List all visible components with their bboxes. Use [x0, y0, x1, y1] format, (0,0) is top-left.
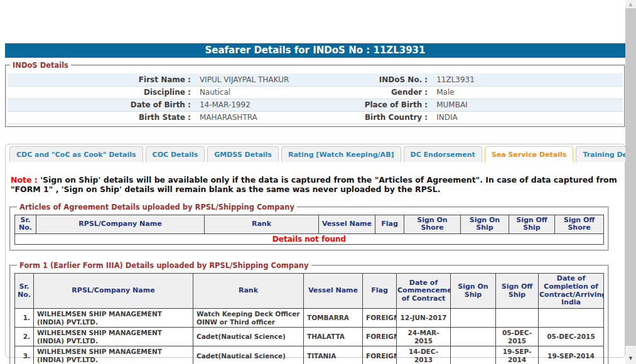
form1-row: 1. WILHELMSEN SHIP MANAGEMENT (INDIA) PV…: [15, 308, 604, 327]
cell-vessel: TITANIA: [304, 346, 363, 364]
place-of-birth-value: MUMBAI: [432, 99, 623, 111]
col-rank: Rank: [193, 274, 304, 309]
cell-flag: FOREIGN: [363, 346, 397, 364]
articles-empty-row: Details not found: [15, 234, 604, 245]
articles-legend: Articles of Agreement Details uploaded b…: [17, 203, 297, 211]
indos-no-value: 11ZL3931: [432, 73, 623, 86]
form1-header-row: Sr. No. RPSL/Company Name Rank Vessel Na…: [15, 274, 604, 309]
page-content: Seafarer Details for INDoS No : 11ZL3931…: [5, 43, 625, 358]
col-company: RPSL/Company Name: [34, 274, 193, 309]
col-flag: Flag: [375, 215, 404, 233]
tab-cdc-coc-as-cook[interactable]: CDC and "CoC as Cook" Details: [9, 146, 143, 162]
indos-row: Birth State : MAHARASHTRA Birth Country …: [8, 111, 623, 124]
form1-legend: Form 1 (Earlier Form IIIA) Details uploa…: [17, 261, 311, 270]
col-sr-no: Sr. No.: [15, 274, 34, 309]
date-of-birth-label: Date of Birth :: [8, 99, 195, 111]
cell-company: WILHELMSEN SHIP MANAGEMENT (INDIA) PVT.L…: [34, 346, 193, 364]
col-vessel: Vessel Name: [304, 274, 363, 309]
indos-row: Discipline : Nautical Gender : Male: [8, 86, 623, 99]
scroll-down-icon[interactable]: ▼: [625, 354, 636, 363]
cell-rank: Cadet(Nautical Science): [193, 346, 304, 364]
gender-value: Male: [432, 86, 623, 99]
cell-flag: FOREIGN: [363, 328, 397, 346]
form1-section: Form 1 (Earlier Form IIIA) Details uploa…: [9, 261, 609, 364]
note-text: 'Sign on Ship' details will be available…: [11, 175, 617, 195]
page-title: Seafarer Details for INDoS No : 11ZL3931: [5, 43, 625, 58]
form1-table: Sr. No. RPSL/Company Name Rank Vessel Na…: [14, 273, 604, 364]
tab-sea-service-details[interactable]: Sea Service Details: [485, 146, 574, 162]
first-name-label: First Name :: [8, 73, 195, 86]
col-sign-on-ship: Sign On Ship: [451, 274, 496, 309]
indos-details-section: INDoS Details First Name : VIPUL VIJAYPA…: [5, 61, 625, 127]
first-name-value: VIPUL VIJAYPAL THAKUR: [195, 73, 328, 86]
note-label: Note :: [11, 175, 38, 185]
tab-rating-watch-keeping[interactable]: Rating [Watch Keeping/AB]: [281, 146, 401, 162]
indos-row: Date of Birth : 14-MAR-1992 Place of Bir…: [8, 99, 623, 111]
indos-no-label: INDoS No. :: [328, 73, 433, 86]
date-of-birth-value: 14-MAR-1992: [195, 99, 328, 111]
col-vessel: Vessel Name: [319, 215, 375, 233]
vertical-scrollbar[interactable]: ▲ ▼: [625, 0, 636, 364]
cell-commencement: 24-MAR-2015: [397, 328, 451, 346]
cell-rank: Cadet(Nautical Science): [193, 328, 304, 346]
tab-coc-details[interactable]: COC Details: [146, 146, 205, 162]
col-sign-off-ship: Sign Off Ship: [509, 215, 555, 233]
birth-country-value: INDIA: [432, 111, 623, 124]
sign-on-ship-note: Note : 'Sign on Ship' details will be av…: [11, 175, 620, 195]
col-rank: Rank: [205, 215, 319, 233]
cell-sign-on-ship: [451, 308, 496, 327]
discipline-value: Nautical: [195, 86, 328, 99]
birth-state-label: Birth State :: [8, 111, 195, 124]
details-not-found-message: Details not found: [15, 234, 604, 245]
col-commencement: Date of Commencement of Contract: [397, 274, 451, 309]
form1-row: 3. WILHELMSEN SHIP MANAGEMENT (INDIA) PV…: [15, 346, 604, 364]
indos-details-legend: INDoS Details: [10, 61, 71, 70]
cell-sr: 1.: [15, 308, 34, 327]
place-of-birth-label: Place of Birth :: [328, 99, 433, 111]
cell-commencement: 12-JUN-2017: [397, 308, 451, 327]
cell-flag: FOREIGN: [363, 308, 397, 327]
articles-of-agreement-section: Articles of Agreement Details uploaded b…: [9, 203, 609, 252]
cell-completion: 19-SEP-2014: [539, 346, 604, 364]
cell-completion: 05-DEC-2015: [539, 328, 604, 346]
indos-details-table: First Name : VIPUL VIJAYPAL THAKUR INDoS…: [8, 73, 623, 124]
cell-sign-on-ship: [451, 328, 496, 346]
form1-row: 2. WILHELMSEN SHIP MANAGEMENT (INDIA) PV…: [15, 328, 604, 346]
col-completion: Date of Completion of Contract/Arriving …: [539, 274, 604, 309]
cell-sr: 2.: [15, 328, 34, 346]
cell-sign-on-ship: [451, 346, 496, 364]
col-sign-on-shore: Sign On Shore: [404, 215, 461, 233]
seafarer-tab-panel: CDC and "CoC as Cook" Details COC Detail…: [5, 144, 625, 358]
tab-gmdss-details[interactable]: GMDSS Details: [207, 146, 279, 162]
indos-row: First Name : VIPUL VIJAYPAL THAKUR INDoS…: [8, 73, 623, 86]
col-flag: Flag: [363, 274, 397, 309]
cell-commencement: 14-DEC-2013: [397, 346, 451, 364]
gender-label: Gender :: [328, 86, 433, 99]
cell-completion: [539, 308, 604, 327]
discipline-label: Discipline :: [8, 86, 195, 99]
cell-vessel: THALATTA: [304, 328, 363, 346]
col-sign-on-ship: Sign On Ship: [461, 215, 509, 233]
birth-country-label: Birth Country :: [328, 111, 433, 124]
cell-company: WILHELMSEN SHIP MANAGEMENT (INDIA) PVT.L…: [34, 328, 193, 346]
col-company: RPSL/Company Name: [36, 215, 205, 233]
tab-dc-endorsement[interactable]: DC Endorsement: [404, 146, 482, 162]
articles-table: Sr. No. RPSL/Company Name Rank Vessel Na…: [14, 215, 604, 245]
birth-state-value: MAHARASHTRA: [195, 111, 328, 124]
cell-sign-off-ship: [496, 308, 539, 327]
cell-vessel: TOMBARRA: [304, 308, 363, 327]
col-sign-off-ship: Sign Off Ship: [496, 274, 539, 309]
scrollbar-thumb[interactable]: [625, 8, 636, 346]
cell-sr: 3.: [15, 346, 34, 364]
col-sign-off-shore: Sign Off Shore: [555, 215, 604, 233]
cell-sign-off-ship: 19-SEP-2014: [496, 346, 539, 364]
col-sr-no: Sr. No.: [15, 215, 36, 233]
cell-company: WILHELMSEN SHIP MANAGEMENT (INDIA) PVT.L…: [34, 308, 193, 327]
cell-rank: Watch Keeping Deck Officer OINW or Third…: [193, 308, 304, 327]
articles-header-row: Sr. No. RPSL/Company Name Rank Vessel Na…: [15, 215, 604, 233]
tab-bar: CDC and "CoC as Cook" Details COC Detail…: [9, 146, 621, 162]
cell-sign-off-ship: 05-DEC-2015: [496, 328, 539, 346]
